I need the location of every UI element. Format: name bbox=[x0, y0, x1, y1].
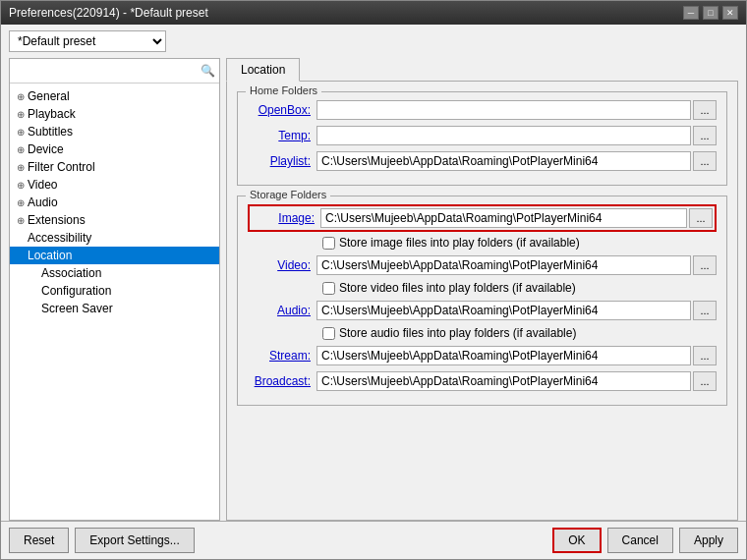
playlist-label[interactable]: Playlist: bbox=[248, 154, 316, 168]
expander-icon: ⊕ bbox=[14, 162, 28, 173]
audio-checkbox-row: Store audio files into play folders (if … bbox=[248, 326, 717, 340]
titlebar: Preferences(220914) - *Default preset ─ … bbox=[1, 1, 746, 25]
audio-input[interactable] bbox=[316, 301, 691, 320]
sidebar-item-video[interactable]: ⊕ Video bbox=[10, 176, 219, 194]
storage-folders-label: Storage Folders bbox=[246, 189, 330, 200]
top-bar: *Default preset bbox=[1, 25, 746, 58]
window-title: Preferences(220914) - *Default preset bbox=[9, 6, 208, 20]
main-window: Preferences(220914) - *Default preset ─ … bbox=[0, 0, 747, 560]
close-button[interactable]: ✕ bbox=[722, 6, 738, 20]
temp-label[interactable]: Temp: bbox=[248, 129, 316, 142]
ok-button[interactable]: OK bbox=[552, 528, 601, 553]
storage-folders-group: Storage Folders Image: ... Store image bbox=[237, 196, 727, 406]
sidebar-item-screen-saver[interactable]: ⊕ Screen Saver bbox=[10, 300, 219, 317]
image-label[interactable]: Image: bbox=[252, 211, 320, 225]
home-folders-label: Home Folders bbox=[246, 84, 321, 96]
audio-browse-button[interactable]: ... bbox=[693, 301, 717, 320]
sidebar-item-location[interactable]: ⊕ Location bbox=[10, 247, 219, 264]
stream-row: Stream: ... bbox=[248, 346, 717, 365]
home-folders-group: Home Folders OpenBox: ... Temp: ... bbox=[237, 91, 727, 186]
stream-label[interactable]: Stream: bbox=[248, 349, 316, 363]
broadcast-input[interactable] bbox=[316, 371, 691, 391]
window-controls: ─ □ ✕ bbox=[683, 6, 738, 20]
reset-button[interactable]: Reset bbox=[9, 528, 69, 553]
bottom-bar: Reset Export Settings... OK Cancel Apply bbox=[1, 521, 746, 559]
openbox-label[interactable]: OpenBox: bbox=[248, 103, 316, 117]
sidebar-item-accessibility[interactable]: ⊕ Accessibility bbox=[10, 229, 219, 247]
expander-icon: ⊕ bbox=[14, 197, 28, 208]
expander-icon: ⊕ bbox=[14, 233, 28, 244]
playlist-browse-button[interactable]: ... bbox=[693, 151, 717, 171]
image-input[interactable] bbox=[320, 208, 687, 228]
tab-location[interactable]: Location bbox=[226, 58, 300, 82]
sidebar-item-device[interactable]: ⊕ Device bbox=[10, 140, 219, 158]
openbox-browse-button[interactable]: ... bbox=[693, 100, 717, 120]
expander-icon: ⊕ bbox=[14, 91, 28, 102]
video-checkbox-row: Store video files into play folders (if … bbox=[248, 281, 717, 295]
bottom-left-buttons: Reset Export Settings... bbox=[9, 528, 195, 553]
apply-button[interactable]: Apply bbox=[679, 528, 738, 553]
playlist-row: Playlist: ... bbox=[248, 151, 717, 171]
image-checkbox-row: Store image files into play folders (if … bbox=[248, 236, 717, 250]
image-row: Image: ... bbox=[252, 208, 713, 228]
sidebar-item-filter-control[interactable]: ⊕ Filter Control bbox=[10, 158, 219, 176]
right-panel: Location Home Folders OpenBox: ... Temp: bbox=[226, 58, 738, 521]
expander-icon: ⊕ bbox=[14, 215, 28, 226]
temp-input[interactable] bbox=[316, 126, 691, 145]
openbox-input[interactable] bbox=[316, 100, 691, 120]
stream-input[interactable] bbox=[316, 346, 691, 365]
tab-bar: Location bbox=[226, 58, 738, 82]
sidebar-item-extensions[interactable]: ⊕ Extensions bbox=[10, 211, 219, 229]
audio-row: Audio: ... bbox=[248, 301, 717, 320]
image-checkbox[interactable] bbox=[322, 237, 335, 250]
sidebar-item-association[interactable]: ⊕ Association bbox=[10, 264, 219, 282]
expander-icon: ⊕ bbox=[14, 180, 28, 191]
stream-browse-button[interactable]: ... bbox=[693, 346, 717, 365]
sidebar-item-audio[interactable]: ⊕ Audio bbox=[10, 194, 219, 211]
sidebar-item-general[interactable]: ⊕ General bbox=[10, 87, 219, 105]
search-input[interactable] bbox=[12, 62, 198, 80]
broadcast-row: Broadcast: ... bbox=[248, 371, 717, 391]
audio-checkbox[interactable] bbox=[322, 327, 335, 340]
export-settings-button[interactable]: Export Settings... bbox=[75, 528, 194, 553]
audio-label[interactable]: Audio: bbox=[248, 304, 316, 317]
video-checkbox-label: Store video files into play folders (if … bbox=[339, 281, 576, 295]
expander-icon: ⊕ bbox=[14, 127, 28, 138]
sidebar-item-configuration[interactable]: ⊕ Configuration bbox=[10, 282, 219, 300]
image-checkbox-label: Store image files into play folders (if … bbox=[339, 236, 580, 250]
temp-row: Temp: ... bbox=[248, 126, 717, 145]
content-panel: Home Folders OpenBox: ... Temp: ... bbox=[226, 82, 738, 521]
playlist-input[interactable] bbox=[316, 151, 691, 171]
bottom-right-buttons: OK Cancel Apply bbox=[552, 528, 738, 553]
audio-checkbox-label: Store audio files into play folders (if … bbox=[339, 326, 576, 340]
video-browse-button[interactable]: ... bbox=[693, 255, 717, 275]
cancel-button[interactable]: Cancel bbox=[607, 528, 673, 553]
video-row: Video: ... bbox=[248, 255, 717, 275]
sidebar-item-playback[interactable]: ⊕ Playback bbox=[10, 105, 219, 123]
video-input[interactable] bbox=[316, 255, 691, 275]
temp-browse-button[interactable]: ... bbox=[693, 126, 717, 145]
left-panel: 🔍 ⊕ General ⊕ Playback ⊕ Subtitles bbox=[9, 58, 220, 521]
main-content: *Default preset 🔍 ⊕ General ⊕ Pla bbox=[1, 25, 746, 559]
body-area: 🔍 ⊕ General ⊕ Playback ⊕ Subtitles bbox=[1, 58, 746, 521]
preset-dropdown[interactable]: *Default preset bbox=[9, 30, 166, 52]
search-bar: 🔍 bbox=[10, 59, 219, 84]
expander-icon: ⊕ bbox=[14, 144, 28, 155]
sidebar-item-subtitles[interactable]: ⊕ Subtitles bbox=[10, 123, 219, 140]
video-label[interactable]: Video: bbox=[248, 258, 316, 272]
search-icon[interactable]: 🔍 bbox=[198, 61, 217, 81]
broadcast-browse-button[interactable]: ... bbox=[693, 371, 717, 391]
image-browse-button[interactable]: ... bbox=[689, 208, 713, 228]
maximize-button[interactable]: □ bbox=[703, 6, 718, 20]
video-checkbox[interactable] bbox=[322, 282, 335, 295]
image-highlighted-container: Image: ... bbox=[248, 204, 717, 232]
expander-icon: ⊕ bbox=[14, 109, 28, 120]
tree-area: ⊕ General ⊕ Playback ⊕ Subtitles ⊕ Devic… bbox=[10, 84, 219, 520]
broadcast-label[interactable]: Broadcast: bbox=[248, 374, 316, 388]
openbox-row: OpenBox: ... bbox=[248, 100, 717, 120]
minimize-button[interactable]: ─ bbox=[683, 6, 699, 20]
